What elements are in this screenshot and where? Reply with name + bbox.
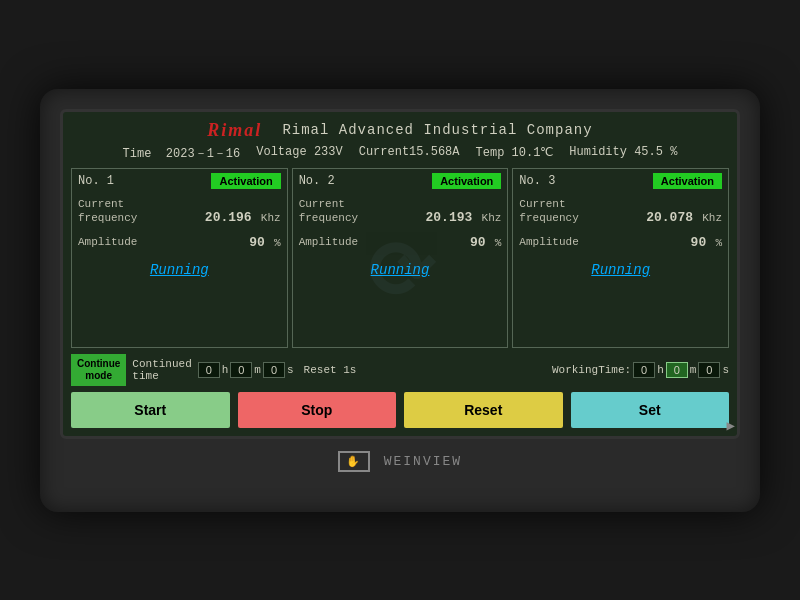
working-h-label: h xyxy=(657,364,664,376)
panel-3-freq-unit: Khz xyxy=(702,212,722,224)
working-s-label: s xyxy=(722,364,729,376)
continued-time-label: Continuedtime xyxy=(132,358,191,382)
panel-3-amp-row: Amplitude 90 % xyxy=(519,235,722,250)
time-s-input[interactable] xyxy=(263,362,285,378)
panel-2-activation-btn[interactable]: Activation xyxy=(432,173,501,189)
m-label: m xyxy=(254,364,261,376)
panel-3: No. 3 Activation Currentfrequency 20.078… xyxy=(512,168,729,348)
panel-1-freq-value: 20.196 xyxy=(205,210,252,225)
panel-3-status[interactable]: Running xyxy=(519,262,722,278)
panel-3-freq-value: 20.078 xyxy=(646,210,693,225)
panel-2-header: No. 2 Activation xyxy=(299,173,502,189)
voltage-info: Voltage 233V xyxy=(256,145,342,162)
panel-1-amp-value: 90 xyxy=(249,235,265,250)
brand-icon: ✋ xyxy=(338,451,370,472)
s-label: s xyxy=(287,364,294,376)
panel-3-freq-row: Currentfrequency 20.078 Khz xyxy=(519,197,722,226)
panel-2-number: No. 2 xyxy=(299,174,335,188)
time-display: h m s xyxy=(198,362,294,378)
panel-2-freq-row: Currentfrequency 20.193 Khz xyxy=(299,197,502,226)
bottom-controls: Continuemode Continuedtime h m s Reset 1… xyxy=(71,354,729,386)
panel-2-amp-label: Amplitude xyxy=(299,235,358,249)
working-h-input[interactable] xyxy=(633,362,655,378)
time-m-input[interactable] xyxy=(230,362,252,378)
panel-3-number: No. 3 xyxy=(519,174,555,188)
working-time: WorkingTime: h m s xyxy=(552,362,729,378)
panel-3-amp-unit: % xyxy=(715,237,722,249)
header-row: Rimal Rimal Advanced Industrial Company xyxy=(71,120,729,141)
panel-1-freq-label: Currentfrequency xyxy=(78,197,137,226)
panel-2-amp-row: Amplitude 90 % xyxy=(299,235,502,250)
panels-row: No. 1 Activation Currentfrequency 20.196… xyxy=(71,168,729,348)
panel-2-freq-value: 20.193 xyxy=(426,210,473,225)
panel-1-amp-row: Amplitude 90 % xyxy=(78,235,281,250)
start-button[interactable]: Start xyxy=(71,392,230,428)
panel-1: No. 1 Activation Currentfrequency 20.196… xyxy=(71,168,288,348)
panel-1-freq-unit: Khz xyxy=(261,212,281,224)
panel-1-freq-row: Currentfrequency 20.196 Khz xyxy=(78,197,281,226)
reset-button[interactable]: Reset xyxy=(404,392,563,428)
company-name: Rimal Advanced Industrial Company xyxy=(282,122,592,138)
stop-button[interactable]: Stop xyxy=(238,392,397,428)
panel-1-number: No. 1 xyxy=(78,174,114,188)
continue-mode-btn[interactable]: Continuemode xyxy=(71,354,126,386)
panel-1-amp-label: Amplitude xyxy=(78,235,137,249)
panel-2-freq-label: Currentfrequency xyxy=(299,197,358,226)
bottom-brand: ✋ WEINVIEW xyxy=(60,451,740,472)
panel-2-amp-unit: % xyxy=(495,237,502,249)
working-s-input[interactable] xyxy=(698,362,720,378)
panel-3-activation-btn[interactable]: Activation xyxy=(653,173,722,189)
panel-2-amp-value: 90 xyxy=(470,235,486,250)
brand-name: WEINVIEW xyxy=(384,454,462,469)
panel-3-amp-label: Amplitude xyxy=(519,235,578,249)
panel-1-activation-btn[interactable]: Activation xyxy=(211,173,280,189)
panel-1-status[interactable]: Running xyxy=(78,262,281,278)
panel-3-amp-value: 90 xyxy=(691,235,707,250)
h-label: h xyxy=(222,364,229,376)
time-info: Time 2023－1－16 xyxy=(123,145,241,162)
working-time-label: WorkingTime: xyxy=(552,364,631,376)
panel-1-header: No. 1 Activation xyxy=(78,173,281,189)
panel-2-freq-unit: Khz xyxy=(482,212,502,224)
reset-label: Reset 1s xyxy=(304,364,357,376)
time-h-input[interactable] xyxy=(198,362,220,378)
set-button[interactable]: Set xyxy=(571,392,730,428)
monitor-frame: ⟳ Rimal Rimal Advanced Industrial Compan… xyxy=(40,89,760,512)
current-info: Current15.568A xyxy=(359,145,460,162)
panel-3-header: No. 3 Activation xyxy=(519,173,722,189)
humidity-info: Humidity 45.5 % xyxy=(569,145,677,162)
panel-2: No. 2 Activation Currentfrequency 20.193… xyxy=(292,168,509,348)
info-row: Time 2023－1－16 Voltage 233V Current15.56… xyxy=(71,145,729,162)
temp-info: Temp 10.1℃ xyxy=(476,145,554,162)
panel-1-amp-unit: % xyxy=(274,237,281,249)
logo: Rimal xyxy=(207,120,262,141)
panel-3-freq-label: Currentfrequency xyxy=(519,197,578,226)
working-m-input[interactable] xyxy=(666,362,688,378)
panel-2-status[interactable]: Running xyxy=(299,262,502,278)
screen: ⟳ Rimal Rimal Advanced Industrial Compan… xyxy=(60,109,740,439)
working-m-label: m xyxy=(690,364,697,376)
arrow-corner: ▶ xyxy=(727,417,735,434)
action-buttons: Start Stop Reset Set xyxy=(71,392,729,428)
